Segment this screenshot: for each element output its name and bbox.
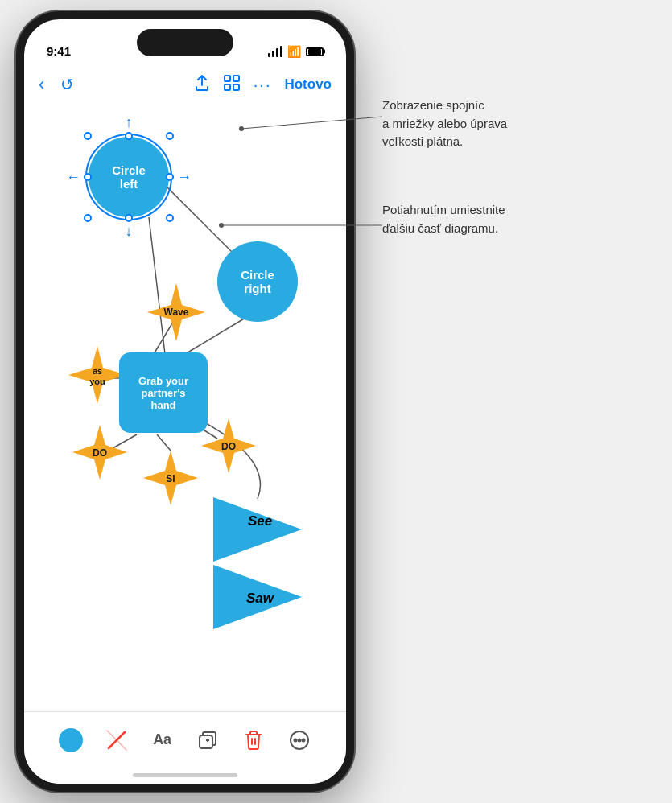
annotation-2-text: Potiahnutím umiestnite ďalšiu časť diagr… — [382, 201, 505, 237]
signal-icon — [268, 46, 282, 57]
see-shape[interactable]: See — [213, 497, 302, 562]
svg-text:Wave: Wave — [164, 307, 189, 318]
toolbar: ‹ ↺ ··· Hotovo — [24, 64, 346, 105]
arrow-right[interactable]: → — [177, 169, 192, 186]
undo-button[interactable]: ↺ — [60, 75, 74, 94]
svg-rect-2 — [225, 84, 230, 90]
arrow-bottom[interactable]: ↓ — [126, 223, 133, 240]
ann1-line — [241, 113, 386, 145]
handle-tr[interactable] — [166, 132, 174, 140]
dynamic-island — [137, 29, 233, 56]
arrow-top[interactable]: ↑ — [126, 114, 133, 131]
grab-shape[interactable]: Grab yourpartner'shand — [119, 352, 208, 433]
svg-point-36 — [298, 739, 300, 741]
svg-text:DO: DO — [93, 447, 107, 459]
delete-button[interactable] — [236, 723, 271, 758]
svg-text:as: as — [93, 366, 102, 376]
as-you-shape[interactable]: as you — [68, 346, 126, 404]
svg-text:DO: DO — [221, 441, 236, 452]
svg-text:See: See — [248, 513, 272, 529]
svg-rect-3 — [233, 84, 239, 90]
handle-ml[interactable] — [84, 173, 92, 181]
handle-bl[interactable] — [84, 214, 92, 222]
svg-text:you: you — [89, 377, 105, 386]
annotation-1: Zobrazenie spojníc a mriežky alebo úprav… — [382, 97, 507, 151]
home-indicator — [133, 773, 237, 777]
more-button[interactable]: ··· — [254, 76, 272, 94]
si-shape[interactable]: SI — [143, 451, 198, 505]
done-button[interactable]: Hotovo — [284, 76, 332, 93]
svg-rect-29 — [200, 735, 212, 748]
canvas[interactable]: Circleleft ↑ ↓ ← → Circleright Wave — [24, 105, 346, 711]
svg-point-39 — [239, 126, 244, 131]
svg-point-35 — [294, 739, 296, 741]
svg-rect-1 — [233, 76, 239, 81]
text-icon: Aa — [153, 731, 171, 748]
status-time: 9:41 — [47, 44, 71, 58]
svg-marker-23 — [213, 497, 302, 562]
circle-right-label: Circleright — [241, 268, 274, 295]
do1-shape[interactable]: DO — [72, 425, 127, 480]
ann2-line — [221, 217, 386, 257]
annotation-1-text: Zobrazenie spojníc a mriežky alebo úprav… — [382, 97, 507, 151]
svg-line-10 — [157, 434, 171, 451]
do2-shape[interactable]: DO — [201, 418, 256, 473]
share-button[interactable] — [194, 74, 210, 96]
handle-br[interactable] — [166, 214, 174, 222]
arrow-left[interactable]: ← — [66, 169, 80, 186]
wave-shape[interactable]: Wave — [147, 283, 205, 341]
status-icons: 📶 — [268, 45, 324, 58]
handle-tl[interactable] — [84, 132, 92, 140]
pen-tool-button[interactable] — [99, 723, 134, 758]
back-button[interactable]: ‹ — [39, 74, 44, 95]
text-tool-button[interactable]: Aa — [145, 723, 180, 758]
handle-mr[interactable] — [166, 173, 174, 181]
wifi-icon: 📶 — [287, 45, 301, 58]
handle-bm[interactable] — [125, 214, 133, 222]
svg-point-37 — [302, 739, 304, 741]
more-options-button[interactable] — [282, 723, 317, 758]
color-picker-button[interactable] — [53, 723, 89, 758]
svg-rect-0 — [225, 76, 230, 81]
svg-line-38 — [241, 117, 382, 129]
saw-shape[interactable]: Saw — [213, 565, 302, 629]
grid-button[interactable] — [223, 74, 241, 96]
circle-left-shape[interactable]: Circleleft ↑ ↓ ← → — [89, 137, 169, 217]
handle-tm[interactable] — [125, 132, 133, 140]
battery-icon — [306, 47, 324, 56]
color-swatch — [59, 728, 83, 752]
circle-left-label: Circleleft — [112, 163, 146, 191]
annotations-panel: Zobrazenie spojníc a mriežky alebo úprav… — [366, 0, 664, 803]
svg-text:Saw: Saw — [246, 591, 275, 606]
duplicate-button[interactable] — [190, 723, 225, 758]
svg-text:SI: SI — [166, 473, 175, 484]
grab-label: Grab yourpartner'shand — [138, 375, 188, 411]
annotation-2: Potiahnutím umiestnite ďalšiu časť diagr… — [382, 201, 505, 237]
svg-point-41 — [219, 223, 224, 228]
